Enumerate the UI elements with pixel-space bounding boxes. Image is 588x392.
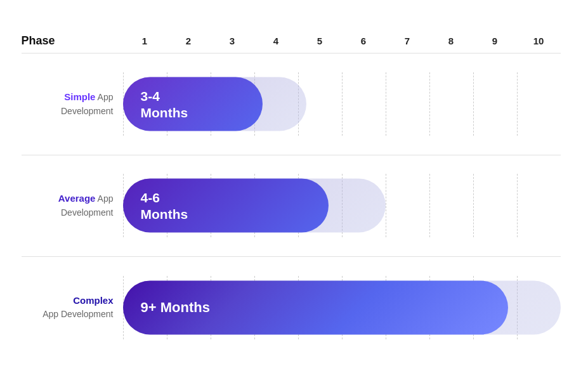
row-average: Average AppDevelopment 4-6Months [22, 155, 561, 257]
average-bar-container: 4-6Months [123, 179, 561, 233]
row-complex: Complex App Development 9+ Months [22, 257, 561, 358]
row-average-label: Average AppDevelopment [22, 192, 123, 219]
simple-bar-area: 3-4Months [123, 72, 561, 136]
simple-bar-container: 3-4Months [123, 77, 561, 131]
col-9: 9 [473, 36, 517, 46]
simple-highlight: Simple [64, 91, 95, 102]
phase-label: Phase [22, 34, 123, 48]
complex-bar-fg: 9+ Months [123, 280, 508, 334]
col-8: 8 [429, 36, 473, 46]
row-simple-label: Simple AppDevelopment [22, 90, 123, 118]
average-bar-fg: 4-6Months [123, 179, 329, 233]
complex-bar-container: 9+ Months [123, 280, 561, 334]
col-2: 2 [167, 36, 211, 46]
col-6: 6 [342, 36, 386, 46]
col-7: 7 [386, 36, 429, 46]
average-bar-area: 4-6Months [123, 174, 561, 237]
complex-bar-label: 9+ Months [141, 299, 210, 316]
col-4: 4 [254, 36, 298, 46]
complex-highlight: Complex [73, 295, 113, 306]
average-highlight: Average [58, 193, 96, 204]
simple-bar-label: 3-4Months [141, 88, 188, 120]
average-bar-label: 4-6Months [141, 190, 188, 221]
col-1: 1 [123, 36, 167, 46]
complex-rest: App Development [42, 309, 113, 319]
complex-bar-area: 9+ Months [123, 276, 561, 339]
row-complex-label: Complex App Development [22, 294, 123, 322]
col-5: 5 [298, 36, 342, 46]
column-headers: 1 2 3 4 5 6 7 8 9 10 [123, 36, 561, 46]
row-simple: Simple AppDevelopment 3-4M [22, 54, 561, 155]
chart-header: Phase 1 2 3 4 5 6 7 8 9 10 [22, 34, 561, 54]
simple-bar-fg: 3-4Months [123, 77, 263, 131]
col-3: 3 [211, 36, 254, 46]
col-10: 10 [517, 36, 561, 46]
chart-container: Phase 1 2 3 4 5 6 7 8 9 10 Simple AppDev… [15, 22, 573, 371]
